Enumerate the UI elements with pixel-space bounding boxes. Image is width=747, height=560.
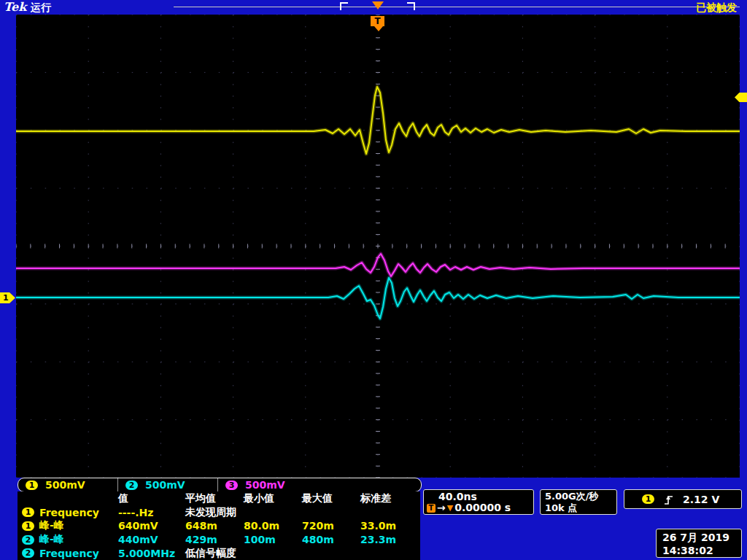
trigger-position-readout: T→▼0.00000 s xyxy=(427,502,533,513)
measurement-min: 80.0m xyxy=(244,520,302,532)
time-value: 14:38:02 xyxy=(662,544,741,557)
channel2-badge: 2 xyxy=(125,481,138,490)
measurement-mean: 648m xyxy=(185,520,244,532)
measurement-min: 100m xyxy=(244,534,302,545)
record-position-bar xyxy=(174,7,740,7)
measurement-name: 峰-峰 xyxy=(39,533,64,546)
measurement-value: 440mV xyxy=(118,534,185,545)
measurement-row-name: 1 峰-峰 xyxy=(22,519,118,532)
measurement-status: 低信号幅度 xyxy=(185,547,420,560)
date-value: 26 7月 2019 xyxy=(662,531,741,544)
trigger-position-arrow-icon xyxy=(372,1,384,9)
measurement-mean: 429m xyxy=(185,534,244,545)
run-status-label: 运行 xyxy=(31,1,51,15)
acquisition-readout: 5.00G次/秒 10k 点 xyxy=(540,489,617,515)
channel2-scale: 2 500mV xyxy=(118,478,218,491)
channel-badge: 1 xyxy=(22,508,34,517)
channel1-badge: 1 xyxy=(26,481,38,490)
channel3-scale-value: 500mV xyxy=(245,479,285,491)
record-window-bracket-right xyxy=(407,2,415,10)
channel1-scale-value: 500mV xyxy=(45,479,85,491)
measurement-name: Frequency xyxy=(39,507,99,518)
measurement-row-name: 1 Frequency xyxy=(22,507,118,518)
channel-badge: 2 xyxy=(22,535,34,545)
down-marker-icon: ▼ xyxy=(447,502,453,513)
channel1-scale: 1 500mV xyxy=(18,478,118,491)
measurement-row-name: 2 峰-峰 xyxy=(22,533,118,546)
tek-logo: Tek xyxy=(4,0,26,14)
trigger-position-marker: T xyxy=(371,16,384,26)
measurement-value: ----.Hz xyxy=(118,507,185,518)
channel-scale-bar: 1 500mV 2 500mV 3 500mV xyxy=(18,478,422,492)
rising-edge-icon xyxy=(664,494,673,505)
measurement-status: 未发现周期 xyxy=(185,506,420,519)
col-header-std: 标准差 xyxy=(360,492,420,505)
trigger-level-value: 2.12 V xyxy=(683,494,719,505)
arrow-icon: → xyxy=(437,502,446,513)
measurement-name: 峰-峰 xyxy=(39,519,64,532)
trigger-position-value: 0.00000 s xyxy=(454,502,511,513)
measurement-value: 5.000MHz xyxy=(118,548,185,559)
col-header-min: 最小值 xyxy=(244,492,302,505)
channel3-scale: 3 500mV xyxy=(218,478,318,491)
measurement-row-name: 2 Frequency xyxy=(22,548,118,559)
trigger-source-badge: 1 xyxy=(642,494,654,504)
readout-area: 1 500mV 2 500mV 3 500mV 值 平均值 最小值 最大值 标准… xyxy=(0,478,747,560)
trigger-position-marker-tip xyxy=(374,26,383,31)
measurement-table: 值 平均值 最小值 最大值 标准差 1 Frequency ----.Hz 未发… xyxy=(18,491,420,560)
datetime-readout: 26 7月 2019 14:38:02 xyxy=(656,529,742,558)
trigger-status-label: 已被触发 xyxy=(696,1,737,15)
record-window-bracket-left xyxy=(340,2,348,10)
trigger-t-icon: T xyxy=(427,504,436,513)
top-bar: Tek 运行 已被触发 xyxy=(0,0,747,15)
channel3-badge: 3 xyxy=(225,481,238,490)
measurement-max: 480m xyxy=(302,534,360,545)
channel2-scale-value: 500mV xyxy=(145,479,185,491)
measurement-std: 23.3m xyxy=(360,534,420,545)
measurement-max: 720m xyxy=(302,520,360,532)
horizontal-scale-readout: 40.0ns T→▼0.00000 s xyxy=(423,489,534,515)
record-length: 10k 点 xyxy=(545,502,616,514)
measurement-std: 33.0m xyxy=(360,520,420,532)
sample-rate: 5.00G次/秒 xyxy=(545,491,616,502)
timebase-scale: 40.0ns xyxy=(427,491,533,502)
channel-badge: 2 xyxy=(22,548,34,558)
col-header-mean: 平均值 xyxy=(185,492,244,505)
measurement-value: 640mV xyxy=(118,520,185,532)
col-header-max: 最大值 xyxy=(302,492,360,505)
measurement-name: Frequency xyxy=(39,548,99,559)
trigger-readout: 1 2.12 V xyxy=(624,489,742,509)
channel-badge: 1 xyxy=(22,521,34,531)
waveform-display xyxy=(16,15,740,478)
oscilloscope-screen: Tek 运行 已被触发 T 1 1 500mV 2 500mV 3 500mV xyxy=(0,0,747,560)
graticule xyxy=(16,15,740,478)
channel1-position-marker: 1 xyxy=(0,292,15,303)
col-header-value: 值 xyxy=(118,492,185,505)
